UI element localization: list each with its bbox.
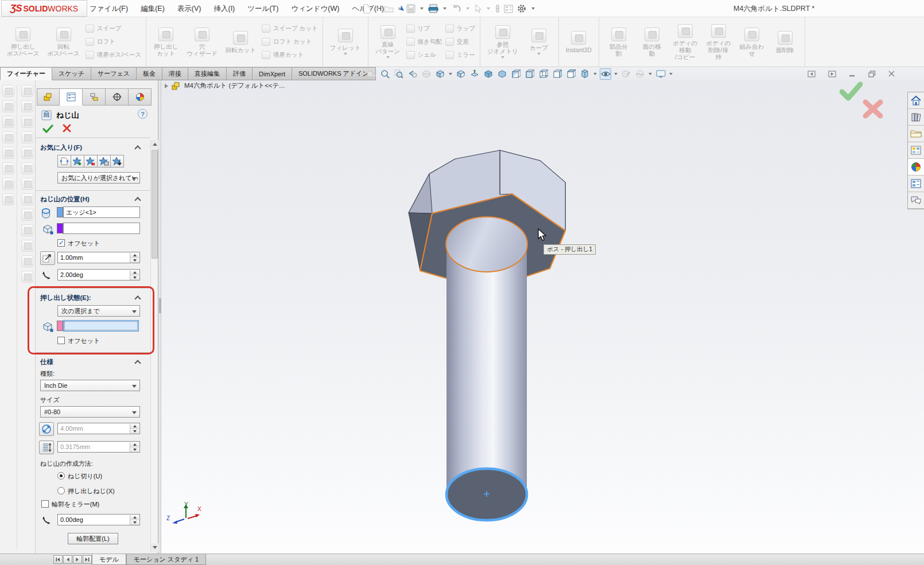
minimize-icon[interactable] [849,71,856,79]
angle-spinner[interactable] [130,270,139,280]
menu-insert[interactable]: 挿入(I) [207,0,241,17]
tab-evaluate[interactable]: 評価 [227,67,253,80]
curves-button[interactable]: カーブ [524,27,554,57]
linear-pattern-button[interactable]: 直線 パターン [373,24,403,60]
appearances-icon[interactable] [908,159,924,176]
edit-appearance-icon[interactable] [620,68,632,80]
tab-solidworks-addins[interactable]: SOLIDWORKS アドイン [292,67,376,80]
undo-icon[interactable] [450,2,463,15]
view-palette-icon[interactable] [908,142,924,159]
layer-back-icon[interactable] [21,271,33,283]
view-settings-caret[interactable] [669,73,673,75]
view-cube-shaded-icon[interactable] [496,68,508,80]
apply-scene-icon[interactable] [634,68,646,80]
swept-boss-button[interactable]: スイープ [86,23,141,34]
flyout-feature-tree[interactable]: M4六角ボルト (デフォルト<<テ... [165,81,285,90]
print-icon[interactable] [427,2,440,15]
wireframe-cube-4-icon[interactable] [552,68,563,80]
options-list-icon[interactable] [503,2,514,15]
note-icon[interactable] [2,85,14,97]
lofted-cut-button[interactable]: ロフト カット [262,36,318,48]
shank-head-edge-highlighted[interactable] [446,217,527,272]
revolved-cut-button[interactable]: 回転カット [223,29,258,55]
wireframe-cube-5-icon[interactable] [565,68,577,80]
displaymanager-tab[interactable] [129,88,152,106]
menu-window[interactable]: ウィンドウ(W) [285,0,345,17]
close-icon[interactable] [888,71,895,79]
viewport-cancel-icon[interactable] [863,99,883,119]
apply-defaults-icon[interactable] [57,155,71,167]
pitch-spinner[interactable] [130,442,139,452]
location-offset-checkbox[interactable] [57,239,65,247]
home-icon[interactable] [908,92,924,109]
normal-to-icon[interactable] [469,68,480,80]
viewport-ok-icon[interactable] [840,81,863,101]
configurationmanager-tab[interactable] [83,88,106,106]
extruded-boss-base-button[interactable]: 押し出し ボス/ベース [5,26,41,59]
swept-cut-button[interactable]: スイープ カット [262,23,318,34]
model-tab[interactable]: モデル [92,554,126,565]
lofted-boss-button[interactable]: ロフト [86,36,141,48]
view-cube-solid-icon[interactable] [483,68,494,80]
end-condition-section-header[interactable]: 押し出し状態(E): [40,293,148,303]
instant3d-button[interactable]: Instant3D [564,29,594,55]
intersect-button[interactable]: 交差 [445,36,475,48]
tree-expand-icon[interactable] [165,84,168,88]
wireframe-cube-2-icon[interactable] [524,68,535,80]
last-study-icon[interactable] [83,555,92,564]
annotation-column-icon[interactable] [2,147,14,159]
reference-dropdown-caret[interactable] [501,56,504,59]
extruded-cut-button[interactable]: 押し出し カット [151,26,181,59]
save-favorite-icon[interactable] [97,155,111,167]
menu-view[interactable]: 表示(V) [171,0,208,17]
first-study-icon[interactable] [53,555,63,564]
combine-button[interactable]: 組み合わ せ [737,26,767,59]
cancel-button[interactable] [63,124,71,133]
edge-selection-field[interactable]: エッジ<1> [63,206,140,218]
boundary-boss-button[interactable]: 境界ボス/ベース [86,49,141,61]
tab-direct-editing[interactable]: 直接編集 [188,67,227,80]
specification-section-header[interactable]: 仕様 [40,357,148,367]
reverse-direction-icon[interactable] [40,251,55,265]
mirror-button[interactable]: ミラー [445,49,475,61]
end-condition-dropdown[interactable]: 次の選択まで [57,305,140,317]
size-dropdown[interactable]: #0-80 [40,406,140,418]
diameter-spinner[interactable] [130,424,139,434]
open-icon[interactable] [383,2,395,15]
end-offset-checkbox[interactable] [57,337,65,344]
motion-study-tab[interactable]: モーション スタディ 1 [126,554,206,565]
graphics-viewport[interactable]: M4六角ボルト (デフォルト<<テ... ボス [161,80,924,554]
annotation-leader-icon[interactable] [2,116,14,128]
annotation-add-icon[interactable] [2,131,14,143]
menu-tools[interactable]: ツール(T) [241,0,285,17]
tab-features[interactable]: フィーチャー [0,67,52,80]
scroll-up-icon[interactable] [151,140,158,149]
screen-capture-icon[interactable] [21,240,33,252]
shell-button[interactable]: シェル [406,49,442,61]
new-document-icon[interactable] [362,2,372,15]
chain-dimension-icon[interactable] [2,193,14,205]
delete-face-button[interactable]: 面削除 [770,29,800,55]
layer-front-icon[interactable] [21,255,33,267]
zoom-to-fit-icon[interactable] [379,68,391,80]
vertex-selection-field[interactable] [63,223,140,234]
favorites-dropdown[interactable]: お気に入りが選択されてい [57,172,140,184]
fillet-button[interactable]: フィレット [328,27,363,57]
display-style-tall-cube-icon[interactable] [579,68,591,80]
ok-button[interactable] [42,124,53,133]
view-orientation-icon[interactable] [434,68,446,80]
previous-view-icon[interactable] [407,68,418,80]
favorites-section-header[interactable]: お気に入り(F) [40,142,148,153]
magnetic-lines-icon[interactable] [494,2,502,15]
wrap-button[interactable]: ラップ [445,23,475,34]
delete-favorite-icon[interactable] [84,155,98,167]
delete-keep-body-button[interactable]: ボディの 削除/保 持 [704,22,733,62]
wireframe-cube-3-icon[interactable] [538,68,549,80]
select-cursor-tool-icon[interactable] [21,193,33,205]
collapse-chevron-icon[interactable] [135,360,140,364]
menu-edit[interactable]: 編集(E) [134,0,171,17]
lasso-select-icon[interactable] [21,100,33,112]
select-face-icon[interactable] [21,131,33,143]
area-hatch-icon[interactable] [2,178,14,190]
rib-button[interactable]: リブ [406,23,442,34]
